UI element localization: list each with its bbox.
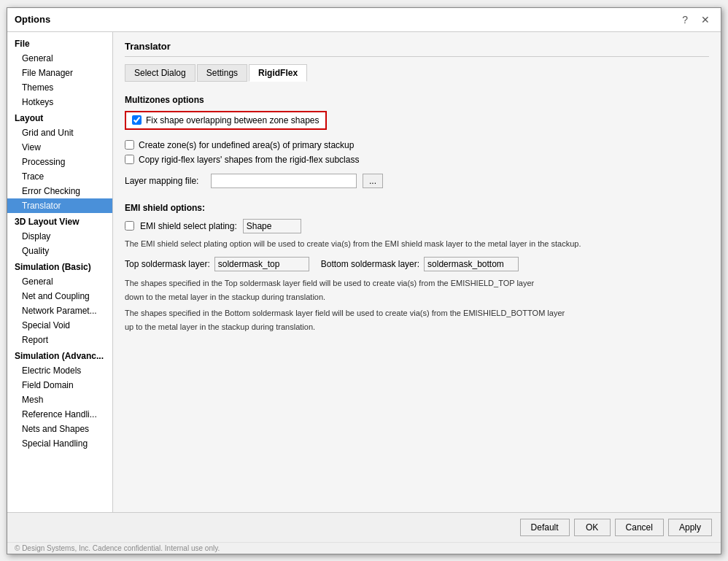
- close-button[interactable]: ✕: [697, 12, 713, 27]
- layer-mapping-input[interactable]: [211, 174, 357, 188]
- options-dialog: Options ? ✕ File General File Manager Th…: [7, 7, 721, 554]
- sidebar-item-hotkeys[interactable]: Hotkeys: [7, 95, 112, 109]
- default-button[interactable]: Default: [520, 519, 570, 536]
- sidebar-item-special-void[interactable]: Special Void: [7, 318, 112, 333]
- sidebar-section-layout: Layout: [7, 109, 112, 125]
- sidebar-item-error-checking[interactable]: Error Checking: [7, 184, 112, 198]
- create-zone-checkbox[interactable]: [125, 140, 134, 150]
- sidebar-item-general-sim[interactable]: General: [7, 274, 112, 289]
- sidebar-item-file-manager[interactable]: File Manager: [7, 66, 112, 80]
- top-soldermask-label: Top soldermask layer:: [125, 259, 210, 269]
- sidebar-section-sim-adv: Simulation (Advanc...: [7, 347, 112, 363]
- sidebar-item-quality[interactable]: Quality: [7, 244, 112, 258]
- sidebar-item-trace[interactable]: Trace: [7, 169, 112, 184]
- multizone-label: Multizones options: [125, 95, 709, 105]
- copy-rigid-label: Copy rigid-flex layers' shapes from the …: [139, 155, 359, 165]
- emi-shield-select[interactable]: Shape: [243, 219, 301, 233]
- sidebar-section-sim-basic: Simulation (Basic): [7, 258, 112, 274]
- layer-mapping-row: Layer mapping file: ...: [125, 174, 709, 188]
- sidebar-item-report[interactable]: Report: [7, 333, 112, 347]
- emi-checkbox-row: EMI shield select plating: Shape: [125, 219, 709, 233]
- sidebar-item-mesh[interactable]: Mesh: [7, 392, 112, 407]
- sidebar-item-nets-shapes[interactable]: Nets and Shapes: [7, 422, 112, 436]
- tab-bar: Select Dialog Settings RigidFlex: [125, 64, 709, 82]
- soldermask-info1: The shapes specified in the Top solderma…: [125, 277, 709, 290]
- tab-rigidflex[interactable]: RigidFlex: [249, 64, 307, 82]
- sidebar-item-grid-unit[interactable]: Grid and Unit: [7, 125, 112, 140]
- emi-info-text: The EMI shield select plating option wil…: [125, 238, 709, 250]
- emi-section: EMI shield options: EMI shield select pl…: [125, 200, 709, 252]
- fix-shape-checkbox[interactable]: [132, 115, 142, 125]
- top-soldermask-group: Top soldermask layer: soldermask_top: [125, 257, 309, 271]
- tab-select-dialog[interactable]: Select Dialog: [125, 64, 195, 82]
- apply-button[interactable]: Apply: [668, 519, 712, 536]
- soldermask-info4: up to the metal layer in the stackup dur…: [125, 321, 709, 333]
- sidebar-item-themes[interactable]: Themes: [7, 80, 112, 95]
- browse-button[interactable]: ...: [363, 174, 383, 188]
- emi-section-label: EMI shield options:: [125, 203, 709, 213]
- dialog-title: Options: [15, 14, 50, 25]
- bottom-soldermask-group: Bottom soldermask layer: soldermask_bott…: [321, 257, 519, 271]
- title-bar-controls: ? ✕: [678, 12, 713, 27]
- soldermask-info2: down to the metal layer in the stackup d…: [125, 291, 709, 303]
- sidebar-item-processing[interactable]: Processing: [7, 155, 112, 169]
- emi-shield-checkbox[interactable]: [125, 221, 134, 231]
- sidebar-item-special-handling[interactable]: Special Handling: [7, 436, 112, 451]
- ok-button[interactable]: OK: [574, 519, 611, 536]
- title-bar: Options ? ✕: [7, 8, 721, 32]
- dialog-body: File General File Manager Themes Hotkeys…: [7, 32, 721, 512]
- sidebar-item-field-domain[interactable]: Field Domain: [7, 378, 112, 392]
- soldermask-info3: The shapes specified in the Bottom solde…: [125, 307, 709, 320]
- sidebar-item-network-param[interactable]: Network Paramet...: [7, 303, 112, 318]
- panel-title: Translator: [125, 41, 709, 57]
- emi-shield-label: EMI shield select plating:: [140, 221, 237, 231]
- sidebar-item-display[interactable]: Display: [7, 229, 112, 244]
- sidebar-item-general-file[interactable]: General: [7, 51, 112, 66]
- copy-rigid-checkbox[interactable]: [125, 155, 134, 164]
- sidebar-item-electric-models[interactable]: Electric Models: [7, 363, 112, 378]
- sidebar: File General File Manager Themes Hotkeys…: [7, 32, 113, 512]
- main-panel: Translator Select Dialog Settings RigidF…: [113, 32, 721, 512]
- sidebar-item-net-coupling[interactable]: Net and Coupling: [7, 289, 112, 303]
- create-zone-label: Create zone(s) for undefined area(s) of …: [139, 140, 354, 150]
- cancel-button[interactable]: Cancel: [615, 519, 664, 536]
- tab-settings[interactable]: Settings: [197, 64, 247, 82]
- copy-rigid-checkbox-row: Copy rigid-flex layers' shapes from the …: [125, 155, 709, 165]
- dialog-footer: Default OK Cancel Apply: [7, 512, 721, 542]
- bottom-soldermask-label: Bottom soldermask layer:: [321, 259, 419, 269]
- sidebar-item-view[interactable]: View: [7, 140, 112, 155]
- sidebar-section-file: File: [7, 35, 112, 51]
- sidebar-section-3d: 3D Layout View: [7, 213, 112, 229]
- help-button[interactable]: ?: [678, 12, 692, 27]
- soldermask-row: Top soldermask layer: soldermask_top Bot…: [125, 257, 709, 271]
- watermark-text: © Design Systems, Inc. Cadence confident…: [7, 542, 721, 554]
- layer-mapping-label: Layer mapping file:: [125, 176, 205, 186]
- sidebar-item-reference-handling[interactable]: Reference Handli...: [7, 407, 112, 422]
- fix-shape-label: Fix shape overlapping between zone shape…: [146, 115, 320, 125]
- fix-shape-checkbox-row: Fix shape overlapping between zone shape…: [125, 111, 327, 130]
- sidebar-item-translator[interactable]: Translator: [7, 198, 112, 213]
- top-soldermask-select[interactable]: soldermask_top: [214, 257, 309, 271]
- create-zone-checkbox-row: Create zone(s) for undefined area(s) of …: [125, 140, 709, 150]
- bottom-soldermask-select[interactable]: soldermask_bottom: [424, 257, 519, 271]
